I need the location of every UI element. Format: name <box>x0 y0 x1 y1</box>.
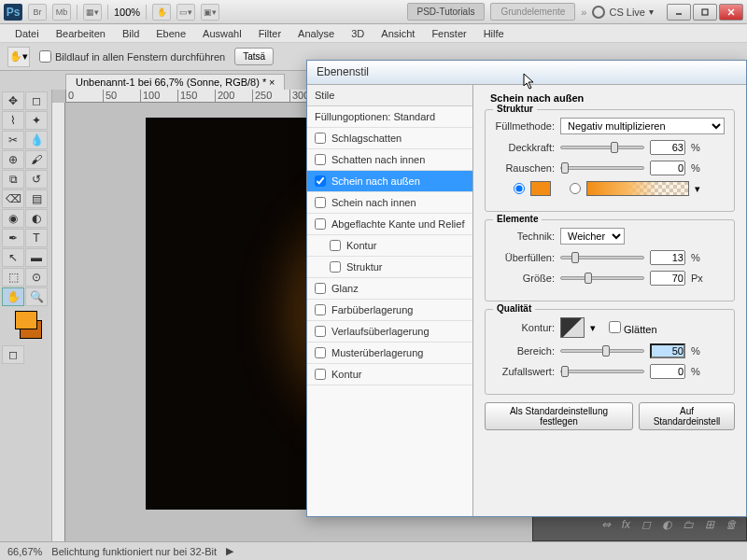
new-layer-icon[interactable]: ⊞ <box>705 518 714 531</box>
crop-tool[interactable]: ✂ <box>2 131 24 149</box>
opacity-input[interactable] <box>650 140 685 155</box>
glow-color-radio[interactable] <box>514 183 525 194</box>
inner-glow-item[interactable]: Schein nach innen <box>307 192 472 214</box>
size-input[interactable] <box>650 271 685 286</box>
noise-slider[interactable] <box>560 166 644 170</box>
menu-analyse[interactable]: Analyse <box>290 26 342 41</box>
trash-icon[interactable]: 🗑 <box>726 518 737 531</box>
range-input[interactable] <box>650 343 685 358</box>
hand-tool-preset-icon[interactable]: ✋▾ <box>7 47 30 67</box>
link-icon[interactable]: ⇔ <box>601 518 611 531</box>
hand-tool-icon[interactable]: ✋ <box>152 4 171 21</box>
eraser-tool[interactable]: ⌫ <box>2 189 24 208</box>
cslive-button[interactable]: CS Live ▾ <box>592 6 654 19</box>
glow-color-swatch[interactable] <box>530 181 551 196</box>
menu-bild[interactable]: Bild <box>115 26 147 41</box>
mask-icon[interactable]: ◻ <box>641 518 651 531</box>
menu-auswahl[interactable]: Auswahl <box>195 26 249 41</box>
minibridge-icon[interactable]: Mb <box>52 4 71 21</box>
hand-tool[interactable]: ✋ <box>2 287 24 306</box>
3d-camera-tool[interactable]: ⊙ <box>25 268 48 287</box>
gradient-dropdown-icon[interactable]: ▾ <box>695 183 700 195</box>
gradient-tool[interactable]: ▤ <box>25 189 48 208</box>
adjustment-icon[interactable]: ◐ <box>662 518 671 531</box>
wand-tool[interactable]: ✦ <box>25 111 48 130</box>
contour-picker[interactable] <box>560 317 585 338</box>
type-tool[interactable]: T <box>25 229 48 247</box>
menu-hilfe[interactable]: Hilfe <box>476 26 512 41</box>
color-overlay-item[interactable]: Farbüberlagerung <box>307 300 472 321</box>
foreground-swatch[interactable] <box>15 311 37 329</box>
antialias-checkbox[interactable]: Glätten <box>609 321 657 335</box>
fx-icon[interactable]: fx <box>622 518 630 531</box>
blend-mode-select[interactable]: Negativ multiplizieren <box>560 118 725 134</box>
noise-input[interactable] <box>650 161 685 175</box>
eyedropper-tool[interactable]: 💧 <box>25 131 48 149</box>
glow-gradient-radio[interactable] <box>570 183 581 194</box>
menu-fenster[interactable]: Fenster <box>424 26 473 41</box>
lasso-tool[interactable]: ⌇ <box>2 111 24 130</box>
stroke-item[interactable]: Kontur <box>307 364 472 385</box>
doc-close-icon[interactable]: × <box>269 77 275 88</box>
workspace-more[interactable]: » <box>581 7 586 18</box>
pen-tool[interactable]: ✒ <box>2 229 24 247</box>
make-default-button[interactable]: Als Standardeinstellung festlegen <box>485 402 633 430</box>
folder-icon[interactable]: 🗀 <box>683 518 694 531</box>
drop-shadow-item[interactable]: Schlagschatten <box>307 128 472 149</box>
menu-datei[interactable]: Datei <box>7 26 47 41</box>
actual-pixels-button[interactable]: Tatsä <box>234 48 274 65</box>
spread-input[interactable] <box>650 250 685 265</box>
pattern-overlay-item[interactable]: Musterüberlagerung <box>307 343 472 364</box>
shape-tool[interactable]: ▬ <box>25 248 48 267</box>
heal-tool[interactable]: ⊕ <box>2 150 24 169</box>
bridge-icon[interactable]: Br <box>28 4 47 21</box>
menu-bearbeiten[interactable]: Bearbeiten <box>49 26 113 41</box>
workspace-tab-tutorials[interactable]: PSD-Tutorials <box>407 3 486 21</box>
scroll-all-checkbox[interactable]: Bildlauf in allen Fenstern durchführen <box>39 50 225 63</box>
close-button[interactable] <box>719 4 743 21</box>
inner-shadow-item[interactable]: Schatten nach innen <box>307 149 472 171</box>
satin-item[interactable]: Glanz <box>307 278 472 300</box>
contour-dropdown-icon[interactable]: ▾ <box>590 322 596 334</box>
bevel-texture-item[interactable]: Struktur <box>307 257 472 278</box>
blending-options-item[interactable]: Füllungoptionen: Standard <box>307 106 472 128</box>
spread-slider[interactable] <box>560 256 644 259</box>
path-select-tool[interactable]: ↖ <box>2 248 24 267</box>
bevel-contour-item[interactable]: Kontur <box>307 235 472 257</box>
move-tool[interactable]: ✥ <box>2 91 24 110</box>
opacity-slider[interactable] <box>560 146 644 149</box>
zoom-tool[interactable]: 🔍 <box>25 287 48 306</box>
menu-ansicht[interactable]: Ansicht <box>374 26 422 41</box>
arrange-icon[interactable]: ▭▾ <box>176 4 195 21</box>
brush-tool[interactable]: 🖌 <box>25 150 48 169</box>
quickmask-icon[interactable]: ◻ <box>2 345 24 364</box>
jitter-input[interactable] <box>650 364 685 379</box>
size-slider[interactable] <box>560 276 644 280</box>
workspace-tab-grundelemente[interactable]: Grundelemente <box>490 3 575 21</box>
view-extras-icon[interactable]: ▦▾ <box>83 4 102 21</box>
minimize-button[interactable] <box>667 4 691 21</box>
history-brush-tool[interactable]: ↺ <box>25 170 48 189</box>
marquee-tool[interactable]: ◻ <box>25 91 48 110</box>
blur-tool[interactable]: ◉ <box>2 209 24 228</box>
range-slider[interactable] <box>560 349 644 353</box>
document-tab[interactable]: Unbenannt-1 bei 66,7% (Sonne, RGB/8) * × <box>65 74 285 90</box>
glow-gradient-picker[interactable] <box>586 181 689 196</box>
reset-default-button[interactable]: Auf Standardeinstell <box>639 402 735 430</box>
gradient-overlay-item[interactable]: Verlaufsüberlagerung <box>307 321 472 343</box>
styles-header[interactable]: Stile <box>307 85 472 106</box>
menu-3d[interactable]: 3D <box>344 26 372 41</box>
maximize-button[interactable] <box>693 4 717 21</box>
status-zoom[interactable]: 66,67% <box>7 546 42 557</box>
screen-mode-icon[interactable]: ▣▾ <box>201 4 219 21</box>
3d-tool[interactable]: ⬚ <box>2 268 24 287</box>
stamp-tool[interactable]: ⧉ <box>2 170 24 189</box>
jitter-slider[interactable] <box>560 370 644 373</box>
status-arrow-icon[interactable]: ▶ <box>226 545 233 557</box>
color-swatches[interactable] <box>2 311 49 339</box>
technique-select[interactable]: Weicher <box>560 228 625 245</box>
bevel-item[interactable]: Abgeflachte Kante und Relief <box>307 214 472 235</box>
menu-ebene[interactable]: Ebene <box>148 26 193 41</box>
outer-glow-item[interactable]: Schein nach außen <box>307 171 472 192</box>
zoom-level[interactable]: 100% <box>114 7 140 18</box>
